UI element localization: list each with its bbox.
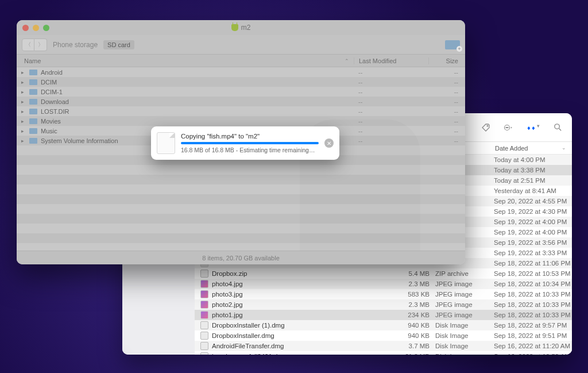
disclosure-icon[interactable]: ▸ — [19, 70, 26, 75]
disclosure-icon[interactable]: ▸ — [19, 89, 26, 95]
col-header-name[interactable]: Name — [17, 57, 345, 64]
file-kind: Disk Image — [435, 332, 488, 339]
empty-row — [17, 175, 465, 184]
folder-icon — [29, 128, 37, 134]
file-date: Sep 16, 2022 at 10:53 AM — [488, 353, 572, 355]
folder-row[interactable]: ▸LOST.DIR---- — [17, 106, 465, 116]
disclosure-icon[interactable]: ▸ — [19, 79, 26, 85]
file-date: Sep 18, 2022 at 10:33 PM — [488, 291, 572, 298]
disclosure-icon[interactable]: ▸ — [19, 138, 26, 144]
folder-row[interactable]: ▸Android---- — [17, 67, 465, 77]
disclosure-icon[interactable]: ▸ — [19, 99, 26, 105]
file-date: Today at 4:00 PM — [488, 156, 572, 163]
file-kind: JPEG image — [435, 280, 488, 287]
cancel-copy-button[interactable]: ✕ — [324, 139, 334, 148]
more-actions-icon[interactable] — [504, 122, 514, 133]
file-size: 5.4 MB — [390, 270, 435, 277]
folder-name: DCIM — [41, 79, 354, 86]
svg-point-0 — [487, 125, 488, 126]
empty-row — [17, 224, 465, 233]
window-title: m2 — [17, 24, 465, 32]
last-modified: -- — [354, 89, 428, 95]
folder-icon — [29, 109, 37, 114]
file-date: Sep 18, 2022 at 10:34 PM — [488, 280, 572, 287]
file-kind: JPEG image — [435, 291, 488, 298]
file-icon — [200, 332, 208, 340]
file-name: photo2.jpg — [212, 301, 390, 308]
file-row[interactable]: photo1.jpg234 KBJPEG imageSep 18, 2022 a… — [195, 310, 572, 320]
file-name: DropboxInstaller.dmg — [212, 332, 390, 339]
search-icon[interactable] — [552, 122, 563, 133]
file-size: -- — [428, 118, 465, 125]
last-modified: -- — [354, 108, 428, 115]
file-icon — [200, 352, 208, 355]
new-folder-button[interactable] — [445, 40, 460, 49]
file-size: 234 KB — [390, 312, 435, 318]
nav-back-button[interactable]: 〈 — [22, 39, 34, 51]
file-row[interactable]: DropboxInstaller (1).dmg940 KBDisk Image… — [195, 320, 572, 330]
disclosure-icon[interactable]: ▸ — [19, 118, 26, 124]
file-row[interactable]: photo4.jpg2.3 MBJPEG imageSep 18, 2022 a… — [195, 279, 572, 289]
folder-row[interactable]: ▸Movies---- — [17, 116, 465, 126]
file-name: imusic-mac_full2401.dmg — [212, 353, 390, 355]
file-size: 940 KB — [390, 332, 435, 339]
folder-icon — [29, 70, 37, 75]
folder-row[interactable]: ▸Download---- — [17, 97, 465, 106]
file-row[interactable]: DropboxInstaller.dmg940 KBDisk ImageSep … — [195, 330, 572, 341]
file-name: DropboxInstaller (1).dmg — [212, 322, 390, 329]
file-row[interactable]: imusic-mac_full2401.dmg61.2 MBDisk Image… — [195, 351, 572, 355]
file-row[interactable]: photo3.jpg583 KBJPEG imageSep 18, 2022 a… — [195, 289, 572, 299]
col-header-last-modified[interactable]: Last Modified — [354, 57, 428, 64]
file-size: -- — [428, 89, 465, 95]
empty-row — [17, 194, 465, 204]
file-icon — [200, 280, 208, 288]
last-modified: -- — [354, 69, 428, 76]
file-date: Sep 18, 2022 at 9:57 PM — [488, 322, 572, 329]
nav-forward-button[interactable]: 〉 — [34, 39, 47, 51]
file-date: Sep 16, 2022 at 11:20 AM — [488, 343, 572, 349]
last-modified: -- — [354, 118, 428, 125]
window-title-text: m2 — [241, 24, 251, 32]
file-name: photo3.jpg — [212, 291, 390, 298]
file-date: Sep 19, 2022 at 4:00 PM — [488, 218, 572, 225]
tag-icon[interactable] — [481, 122, 491, 133]
empty-row — [17, 184, 465, 194]
titlebar: m2 — [17, 20, 465, 35]
progress-bar — [181, 142, 319, 144]
svg-point-4 — [508, 127, 508, 128]
disclosure-icon[interactable]: ▸ — [19, 128, 26, 134]
disclosure-icon[interactable]: ▸ — [19, 109, 26, 114]
svg-point-5 — [554, 124, 559, 129]
file-size: -- — [428, 128, 465, 134]
folder-name: Download — [41, 98, 354, 105]
breadcrumb-phone-storage[interactable]: Phone storage — [53, 41, 98, 49]
last-modified: -- — [354, 128, 428, 134]
file-row[interactable]: Dropbox.zip5.4 MBZIP archiveSep 18, 2022… — [195, 268, 572, 279]
file-name: photo1.jpg — [212, 312, 390, 318]
file-icon — [200, 301, 208, 309]
file-date: Sep 20, 2022 at 4:55 PM — [488, 198, 572, 205]
file-name: photo4.jpg — [212, 280, 390, 287]
file-kind: Disk Image — [435, 353, 488, 355]
file-row[interactable]: photo2.jpg2.3 MBJPEG imageSep 18, 2022 a… — [195, 299, 572, 310]
file-row[interactable]: AndroidFileTransfer.dmg3.7 MBDisk ImageS… — [195, 341, 572, 351]
path-bar: 〈 〉 Phone storage SD card — [17, 35, 465, 55]
last-modified: -- — [354, 137, 428, 144]
file-date: Sep 18, 2022 at 10:53 PM — [488, 270, 572, 277]
list-header: Name ⌃ Last Modified Size — [17, 55, 465, 67]
dropbox-icon[interactable]: ⬧⬧▾ — [527, 123, 540, 132]
folder-row[interactable]: ▸DCIM---- — [17, 77, 465, 87]
col-header-date-added[interactable]: Date Added⌄ — [489, 145, 572, 152]
empty-row — [17, 204, 465, 214]
col-header-size[interactable]: Size — [428, 57, 465, 64]
file-name: Dropbox.zip — [212, 270, 390, 277]
folder-row[interactable]: ▸DCIM-1---- — [17, 87, 465, 97]
file-size: 940 KB — [390, 322, 435, 329]
breadcrumb-sd-card[interactable]: SD card — [103, 40, 134, 49]
file-size: 3.7 MB — [390, 343, 435, 349]
file-kind: ZIP archive — [435, 270, 488, 277]
file-kind: Disk Image — [435, 322, 488, 329]
file-icon — [200, 290, 208, 298]
empty-row — [17, 214, 465, 224]
folder-icon — [29, 99, 37, 105]
